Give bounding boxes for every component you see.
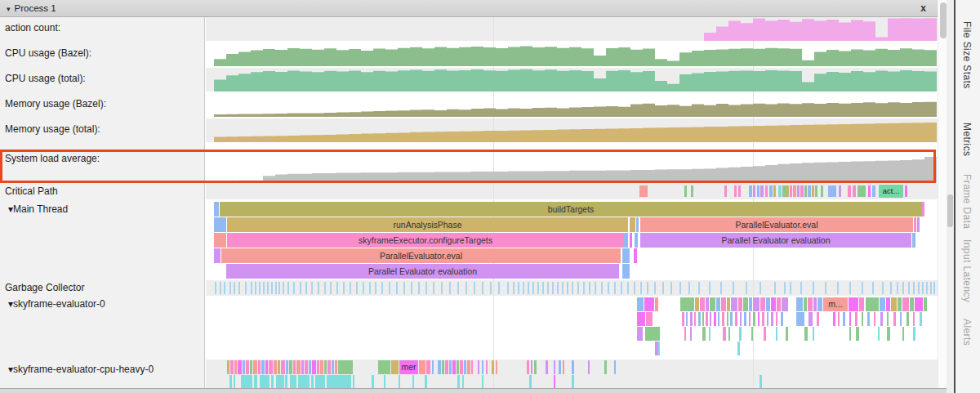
counter-chart-mem-total[interactable] [214, 118, 937, 142]
gc-event-tick[interactable] [572, 282, 573, 294]
skyframe-evaluator-0-flame-bar[interactable] [760, 297, 765, 311]
critical-path-event-tick[interactable] [760, 185, 764, 197]
skyframe-evaluator-0-flame-bar[interactable] [781, 312, 783, 326]
skyframe-evaluator-0-flame-bar[interactable] [740, 312, 742, 326]
skyframe-evaluator-0-flame-bar[interactable] [728, 327, 730, 341]
skyframe-evaluator-cpu-heavy-0-flame-bar[interactable] [432, 360, 434, 374]
skyframe-evaluator-0-flame-bar[interactable] [776, 312, 777, 326]
gc-event-tick[interactable] [507, 282, 509, 294]
main-thread-flame-bar[interactable] [635, 233, 638, 248]
skyframe-evaluator-0-flame-bar[interactable] [758, 312, 760, 326]
skyframe-evaluator-0-flame-bar[interactable] [804, 297, 807, 311]
gc-event-tick[interactable] [922, 282, 924, 294]
skyframe-evaluator-cpu-heavy-0-flame-bar[interactable] [241, 375, 252, 388]
skyframe-evaluator-cpu-heavy-0-flame-bar[interactable] [290, 375, 296, 388]
main-thread-flame-bar[interactable]: Parallel Evaluator evaluation [226, 264, 619, 279]
critical-path-event-tick[interactable] [639, 185, 648, 197]
gc-event-tick[interactable] [567, 282, 568, 294]
main-thread-flame-bar[interactable] [630, 217, 635, 232]
critical-path-event-tick[interactable] [872, 185, 875, 197]
skyframe-evaluator-0-flame-bar[interactable] [849, 327, 851, 341]
gc-event-tick[interactable] [263, 282, 265, 294]
skyframe-evaluator-cpu-heavy-0-flame-bar[interactable] [317, 360, 319, 374]
gc-event-tick[interactable] [466, 282, 467, 294]
skyframe-evaluator-cpu-heavy-0-flame-bar[interactable] [760, 375, 762, 388]
critical-path-event-tick[interactable] [738, 185, 741, 197]
critical-path-event-tick[interactable] [815, 185, 817, 197]
skyframe-evaluator-cpu-heavy-0-flame-bar[interactable] [312, 360, 316, 374]
skyframe-evaluator-0-flame-bar[interactable] [749, 312, 751, 326]
skyframe-evaluator-cpu-heavy-0-flame-bar[interactable] [260, 375, 270, 388]
skyframe-evaluator-cpu-heavy-0-flame-bar[interactable] [289, 360, 292, 374]
critical-path-event-tick[interactable] [848, 185, 851, 197]
gc-event-tick[interactable] [589, 282, 590, 294]
gc-event-tick[interactable] [229, 282, 231, 294]
gc-event-tick[interactable] [647, 282, 648, 294]
gc-event-tick[interactable] [523, 282, 524, 294]
gc-event-tick[interactable] [926, 282, 928, 294]
critical-path-event-tick[interactable] [757, 185, 760, 197]
skyframe-evaluator-cpu-heavy-0-flame-bar[interactable] [320, 360, 323, 374]
main-thread-flame-bar[interactable] [914, 217, 916, 232]
horizontal-scrollbar[interactable] [0, 388, 947, 393]
main-thread-flame-bar[interactable] [912, 233, 915, 248]
critical-path-event-tick[interactable] [765, 185, 768, 197]
gc-event-tick[interactable] [287, 282, 289, 294]
gc-event-tick[interactable] [720, 282, 722, 294]
main-thread-flame-bar[interactable]: runAnalysisPhase [227, 217, 628, 232]
skyframe-evaluator-cpu-heavy-0-flame-bar[interactable] [496, 360, 497, 374]
skyframe-evaluator-0-flame-bar[interactable] [655, 297, 658, 311]
sidebar-tab-metrics[interactable]: Metrics [961, 123, 973, 156]
skyframe-evaluator-cpu-heavy-0-flame-bar[interactable] [572, 375, 574, 388]
skyframe-evaluator-cpu-heavy-0-flame-bar[interactable] [588, 360, 590, 374]
skyframe-evaluator-0-flame-bar[interactable] [690, 312, 693, 326]
main-thread-flame-bar[interactable]: skyframeExecutor.configureTargets [227, 233, 624, 248]
skyframe-evaluator-cpu-heavy-0-flame-bar[interactable] [311, 375, 314, 388]
gc-event-tick[interactable] [918, 282, 920, 294]
skyframe-evaluator-0-flame-bar[interactable] [910, 297, 914, 311]
skyframe-evaluator-0-flame-bar[interactable] [735, 312, 737, 326]
skyframe-evaluator-cpu-heavy-0-flame-bar[interactable] [471, 360, 473, 374]
gc-event-tick[interactable] [482, 282, 483, 294]
gc-event-tick[interactable] [336, 282, 338, 294]
skyframe-evaluator-0-flame-bar[interactable] [796, 297, 803, 311]
gc-event-tick[interactable] [760, 282, 761, 294]
gc-event-tick[interactable] [425, 282, 427, 294]
skyframe-evaluator-cpu-heavy-0-flame-bar[interactable] [529, 375, 532, 388]
skyframe-evaluator-0-flame-bar[interactable] [730, 312, 733, 326]
gc-event-tick[interactable] [882, 282, 884, 294]
gc-event-tick[interactable] [474, 282, 475, 294]
skyframe-evaluator-0-flame-bar[interactable] [739, 327, 742, 341]
skyframe-evaluator-cpu-heavy-0-flame-bar[interactable] [243, 360, 245, 374]
skyframe-evaluator-0-flame-bar[interactable] [804, 327, 808, 341]
gc-event-tick[interactable] [528, 282, 529, 294]
critical-path-event-tick[interactable] [691, 185, 693, 197]
gc-event-tick[interactable] [709, 282, 710, 294]
skyframe-evaluator-0-flame-bar[interactable] [856, 327, 859, 341]
skyframe-evaluator-cpu-heavy-0-flame-bar[interactable] [464, 360, 466, 374]
gc-event-tick[interactable] [640, 282, 642, 294]
skyframe-evaluator-0-flame-bar[interactable] [645, 327, 660, 341]
skyframe-evaluator-0-flame-bar[interactable] [900, 312, 902, 326]
gc-event-tick[interactable] [552, 282, 554, 294]
skyframe-evaluator-0-flame-bar[interactable] [867, 312, 870, 326]
counter-chart-system-load[interactable] [214, 150, 937, 183]
gc-event-tick[interactable] [275, 282, 277, 294]
critical-path-event-tick[interactable] [797, 185, 800, 197]
counter-chart-cpu-bazel[interactable] [214, 42, 937, 66]
skyframe-evaluator-cpu-heavy-0-flame-bar[interactable] [234, 360, 237, 374]
skyframe-evaluator-0-flame-bar[interactable] [817, 297, 822, 311]
skyframe-evaluator-0-flame-bar[interactable] [762, 312, 764, 326]
skyframe-evaluator-0-flame-bar[interactable] [686, 312, 688, 326]
skyframe-evaluator-0-flame-bar[interactable] [721, 297, 726, 311]
skyframe-evaluator-cpu-heavy-0-flame-bar[interactable] [338, 360, 353, 374]
skyframe-evaluator-0-flame-bar[interactable] [880, 312, 883, 326]
skyframe-evaluator-cpu-heavy-0-flame-bar[interactable] [438, 360, 441, 374]
gc-event-tick[interactable] [849, 282, 851, 294]
skyframe-evaluator-cpu-heavy-0-flame-bar[interactable] [281, 360, 285, 374]
skyframe-evaluator-0-flame-bar[interactable] [782, 297, 788, 311]
skyframe-evaluator-0-flame-bar[interactable] [766, 297, 770, 311]
skyframe-evaluator-0-flame-bar[interactable] [913, 312, 915, 326]
gc-event-tick[interactable] [614, 282, 616, 294]
skyframe-evaluator-cpu-heavy-0-flame-bar[interactable] [572, 360, 574, 374]
